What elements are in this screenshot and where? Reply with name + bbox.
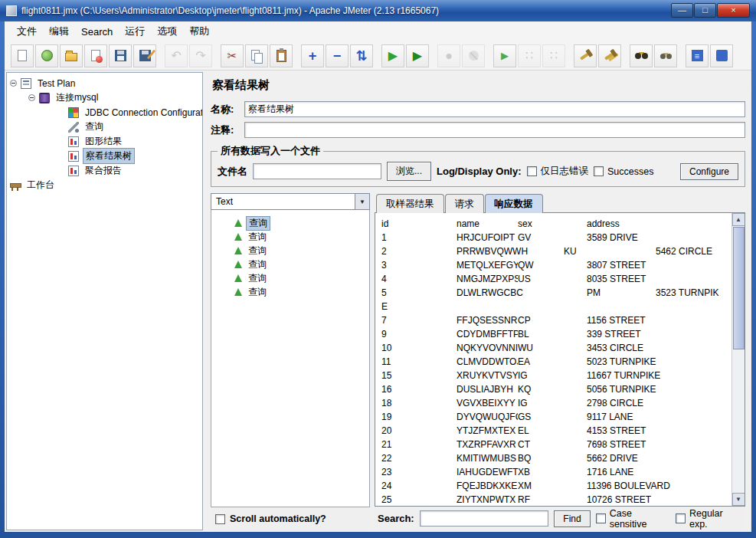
browse-button[interactable]: 浏览... bbox=[387, 162, 431, 181]
result-item-query[interactable]: 查询 bbox=[211, 285, 369, 299]
scroll-down-icon[interactable]: ▼ bbox=[732, 493, 745, 506]
window-controls: — □ × bbox=[670, 3, 750, 18]
view-mode-select[interactable]: Text ▼ bbox=[211, 193, 370, 210]
toolbar-clear-all-button[interactable] bbox=[598, 44, 621, 67]
templates-icon bbox=[41, 50, 53, 61]
title-bar[interactable]: flight0811.jmx (C:\Users\Administrator\D… bbox=[0, 0, 756, 21]
response-cell: PM bbox=[587, 286, 656, 300]
response-cell: NQKYVOVNNI bbox=[457, 341, 518, 355]
response-cell: KU bbox=[564, 244, 656, 258]
result-item-label: 查询 bbox=[246, 244, 269, 258]
toolbar-start-button[interactable]: ▶ bbox=[381, 44, 404, 67]
result-item-query[interactable]: 查询 bbox=[211, 216, 369, 230]
response-cell: CT bbox=[518, 438, 587, 451]
tree-expand-knob-icon[interactable] bbox=[28, 94, 35, 101]
tree-node-view-results-tree[interactable]: 察看结果树 bbox=[7, 149, 202, 163]
view-results-tree-panel: 察看结果树 名称: 注释: 所有数据写入一个文件 文件名 浏览... Log/D… bbox=[208, 72, 750, 530]
case-sensitive-checkbox[interactable] bbox=[596, 513, 606, 523]
toolbar-copy-button[interactable] bbox=[245, 44, 268, 67]
toolbar-save-as-button[interactable] bbox=[133, 44, 156, 67]
response-cell: YTJZFMXTEX bbox=[457, 424, 518, 438]
successes-checkbox[interactable] bbox=[594, 166, 604, 176]
response-cell: 4153 STREET bbox=[587, 424, 731, 438]
result-item-query[interactable]: 查询 bbox=[211, 258, 369, 271]
tab-request[interactable]: 请求 bbox=[445, 194, 484, 213]
menu-item-文件[interactable]: 文件 bbox=[11, 21, 43, 41]
toolbar-search-reset-button[interactable] bbox=[654, 44, 677, 67]
tree-node-label: Test Plan bbox=[35, 77, 77, 90]
toolbar-save-button[interactable] bbox=[109, 44, 132, 67]
response-cell: 7 bbox=[381, 313, 457, 327]
close-button[interactable]: × bbox=[717, 3, 750, 18]
tree-node-thread-group-mysql[interactable]: 连接mysql bbox=[7, 90, 202, 105]
menu-item-选项[interactable]: 选项 bbox=[151, 21, 183, 41]
tree-node-graph-results[interactable]: 图形结果 bbox=[7, 134, 202, 149]
minimize-button[interactable]: — bbox=[671, 3, 693, 18]
toolbar-function-helper-button[interactable]: ≡ bbox=[686, 44, 709, 67]
scrollbar-thumb[interactable] bbox=[733, 227, 745, 349]
toolbar-templates-button[interactable] bbox=[35, 44, 58, 67]
result-item-query[interactable]: 查询 bbox=[211, 230, 369, 244]
tree-node-aggregate-report[interactable]: 聚合报告 bbox=[7, 163, 202, 178]
tree-node-jdbc-request-query[interactable]: 查询 bbox=[7, 120, 202, 134]
maximize-button[interactable]: □ bbox=[694, 3, 716, 18]
toolbar-start-no-pauses-button[interactable]: ▶ bbox=[406, 44, 429, 67]
tree-node-workbench[interactable]: 工作台 bbox=[7, 178, 202, 192]
tree-node-jdbc-connection-configuration[interactable]: JDBC Connection Configuration bbox=[7, 105, 202, 120]
toolbar-toggle-button[interactable]: ⇅ bbox=[350, 44, 373, 67]
toolbar-cut-button[interactable]: ✂ bbox=[221, 44, 244, 67]
panel-title: 察看结果树 bbox=[212, 78, 745, 93]
result-item-query[interactable]: 查询 bbox=[211, 271, 369, 285]
menu-item-帮助[interactable]: 帮助 bbox=[183, 21, 215, 41]
configure-button[interactable]: Configure bbox=[680, 163, 738, 180]
scroll-up-icon[interactable]: ▲ bbox=[732, 213, 745, 226]
response-text: idnamesexaddress1HRJCUFOIPTGV3589 DRIVE2… bbox=[375, 213, 731, 506]
toolbar-new-button[interactable] bbox=[11, 44, 34, 67]
response-cell: 5056 TURNPIKE bbox=[587, 382, 731, 396]
toolbar-clear-button[interactable] bbox=[574, 44, 597, 67]
toolbar: ↶↷✂+−⇅▶▶●▶∷∷≡ bbox=[5, 41, 751, 71]
menu-item-Search[interactable]: Search bbox=[75, 23, 119, 41]
jmeter-window: flight0811.jmx (C:\Users\Administrator\D… bbox=[0, 0, 756, 538]
toolbar-paste-button[interactable] bbox=[270, 44, 293, 67]
response-row: 4NMGJMZPXPSUS8035 STREET bbox=[381, 272, 731, 286]
response-row: 3METQLXEFGYQW3807 STREET bbox=[381, 258, 731, 272]
log-display-only-label: Log/Display Only: bbox=[437, 166, 522, 177]
comments-input[interactable] bbox=[244, 122, 745, 138]
log-errors-only-checkbox[interactable] bbox=[527, 166, 537, 176]
toolbar-expand-all-button[interactable]: + bbox=[301, 44, 324, 67]
response-cell: 8035 STREET bbox=[587, 272, 731, 286]
scroll-automatically-checkbox[interactable] bbox=[215, 514, 225, 524]
toolbar-close-file-button[interactable] bbox=[84, 44, 107, 67]
toolbar-collapse-all-button[interactable]: − bbox=[326, 44, 349, 67]
toolbar-open-button[interactable] bbox=[60, 44, 83, 67]
regular-exp-checkbox[interactable] bbox=[676, 513, 686, 523]
chevron-down-icon[interactable]: ▼ bbox=[355, 194, 369, 209]
response-cell: 339 STREET bbox=[587, 327, 731, 341]
filename-input[interactable] bbox=[253, 163, 381, 179]
response-cell: 10 bbox=[381, 341, 457, 355]
tab-sampler-result[interactable]: 取样器结果 bbox=[376, 194, 444, 213]
response-cell: PRRWBVQWWH bbox=[457, 244, 564, 258]
test-plan-tree: Test Plan连接mysqlJDBC Connection Configur… bbox=[6, 72, 203, 530]
vertical-scrollbar[interactable]: ▲ ▼ bbox=[731, 213, 745, 506]
toolbar-search-button[interactable] bbox=[630, 44, 653, 67]
menu-item-运行[interactable]: 运行 bbox=[119, 21, 151, 41]
menu-item-编辑[interactable]: 编辑 bbox=[43, 21, 75, 41]
save-as-icon bbox=[139, 50, 151, 61]
result-item-query[interactable]: 查询 bbox=[211, 244, 369, 258]
tree-expand-knob-icon[interactable] bbox=[10, 80, 17, 87]
response-cell: 7698 STREET bbox=[587, 438, 731, 451]
toolbar-help-button[interactable] bbox=[710, 44, 733, 67]
search-input[interactable] bbox=[420, 510, 549, 527]
tab-response-data[interactable]: 响应数据 bbox=[485, 194, 543, 213]
response-header-row: idnamesexaddress bbox=[381, 217, 731, 231]
response-cell: 3523 TURNPIK bbox=[656, 286, 731, 300]
response-cell: KQ bbox=[518, 382, 587, 396]
name-input[interactable] bbox=[244, 101, 745, 117]
tree-node-test-plan[interactable]: Test Plan bbox=[7, 76, 202, 90]
toolbar-redo-button: ↷ bbox=[189, 44, 212, 67]
remote-stop-all-icon: ∷ bbox=[525, 50, 533, 62]
find-button[interactable]: Find bbox=[554, 510, 590, 527]
toolbar-remote-start-all-button[interactable]: ▶ bbox=[493, 44, 516, 67]
